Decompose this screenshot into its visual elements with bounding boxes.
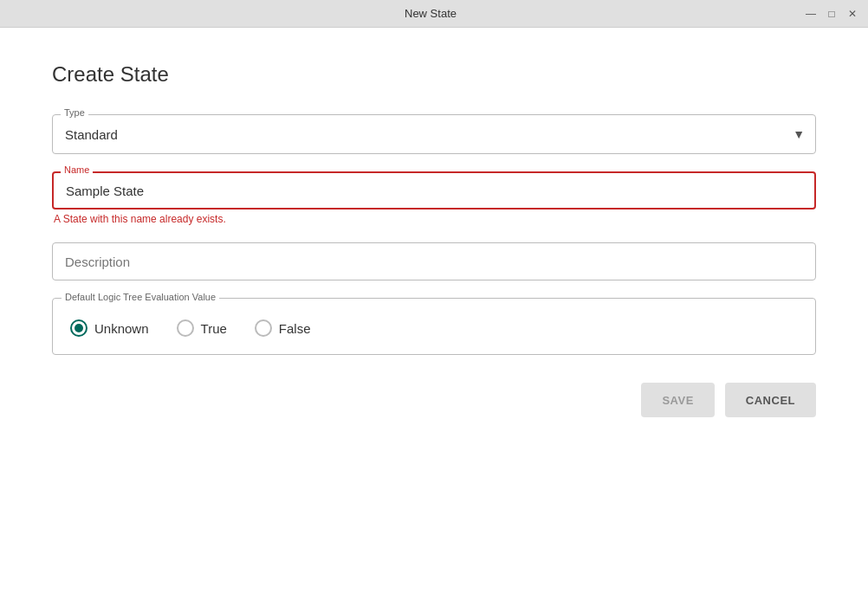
save-button[interactable]: SAVE (641, 383, 714, 417)
type-select-wrapper[interactable]: Standard Custom System ▼ (52, 114, 816, 154)
radio-true[interactable]: True (177, 319, 227, 337)
title-bar: New State — □ ✕ (0, 0, 868, 28)
minimize-button[interactable]: — (802, 5, 819, 23)
maximize-button[interactable]: □ (823, 5, 840, 23)
name-field-group: Name A State with this name already exis… (52, 171, 816, 225)
name-input[interactable] (52, 171, 816, 210)
type-select[interactable]: Standard Custom System (53, 115, 815, 153)
window-title: New State (59, 7, 802, 20)
radio-false[interactable]: False (255, 319, 311, 337)
logic-tree-label: Default Logic Tree Evaluation Value (62, 292, 219, 302)
page-title: Create State (52, 62, 816, 87)
name-error-message: A State with this name already exists. (52, 213, 816, 225)
radio-unknown[interactable]: Unknown (70, 319, 149, 337)
button-row: SAVE CANCEL (52, 383, 816, 417)
radio-true-label: True (201, 321, 227, 336)
radio-unknown-label: Unknown (94, 321, 149, 336)
radio-unknown-indicator (70, 319, 87, 337)
description-field-group (52, 242, 816, 280)
radio-false-label: False (279, 321, 311, 336)
close-button[interactable]: ✕ (844, 5, 861, 23)
name-label: Name (61, 164, 93, 175)
radio-unknown-dot (74, 324, 83, 332)
window: New State — □ ✕ Create State Type Standa… (0, 0, 868, 606)
radio-false-indicator (255, 319, 272, 337)
logic-tree-group: Default Logic Tree Evaluation Value Unkn… (52, 298, 816, 355)
type-label: Type (61, 107, 88, 118)
window-content: Create State Type Standard Custom System… (0, 28, 868, 606)
cancel-button[interactable]: CANCEL (725, 383, 816, 417)
radio-group: Unknown True False (70, 319, 798, 337)
title-bar-controls: — □ ✕ (802, 5, 861, 23)
type-field-group: Type Standard Custom System ▼ (52, 114, 816, 154)
description-input[interactable] (52, 242, 816, 280)
radio-true-indicator (177, 319, 194, 337)
